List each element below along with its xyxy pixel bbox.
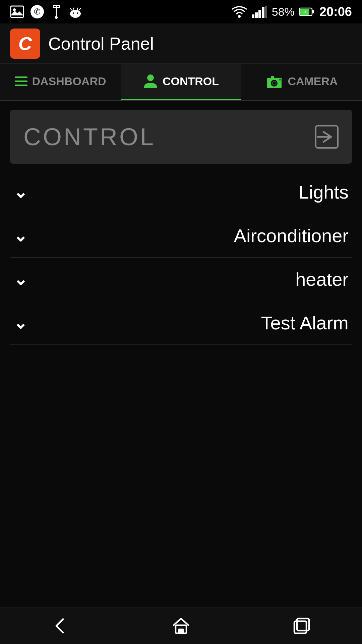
chevron-lights-icon: ⌄ <box>13 182 27 202</box>
svg-rect-30 <box>271 76 274 79</box>
chevron-test-alarm-icon: ⌄ <box>13 313 27 333</box>
app-bar: C Control Panel <box>0 23 362 64</box>
control-header-title: CONTROL <box>23 123 156 151</box>
person-icon <box>143 73 158 90</box>
whatsapp-icon: ✆ <box>30 5 44 19</box>
svg-point-25 <box>147 74 154 81</box>
list-item-test-alarm-label: Test Alarm <box>261 312 349 334</box>
list-section: ⌄ Lights ⌄ Airconditioner ⌄ heater ⌄ Tes… <box>0 170 362 345</box>
list-item-airconditioner-label: Airconditioner <box>234 225 349 247</box>
svg-rect-20 <box>265 6 267 18</box>
svg-line-13 <box>73 8 74 10</box>
bottom-nav <box>0 607 362 644</box>
back-icon <box>50 616 70 636</box>
svg-rect-31 <box>279 79 281 80</box>
svg-text:✆: ✆ <box>34 7 41 16</box>
svg-line-11 <box>70 8 72 10</box>
svg-rect-17 <box>255 12 258 18</box>
list-item-test-alarm[interactable]: ⌄ Test Alarm <box>10 301 352 345</box>
tab-dashboard[interactable]: DASHBOARD <box>0 64 121 100</box>
list-item-lights-label: Lights <box>299 181 349 203</box>
home-button[interactable] <box>168 612 194 639</box>
status-icons-right: 58% + 20:06 <box>232 5 352 19</box>
main-content: CONTROL ⌄ Lights ⌄ Airconditioner ⌄ heat… <box>0 110 362 345</box>
list-item-lights[interactable]: ⌄ Lights <box>10 170 352 214</box>
svg-line-12 <box>79 8 81 10</box>
svg-point-9 <box>73 12 74 14</box>
svg-point-8 <box>70 10 81 18</box>
enter-icon <box>315 125 339 149</box>
image-icon <box>10 5 24 19</box>
svg-point-10 <box>77 12 78 14</box>
nav-tabs: DASHBOARD CONTROL CAMERA <box>0 64 362 101</box>
svg-point-29 <box>273 82 276 85</box>
svg-text:+: + <box>304 9 307 14</box>
battery-percentage: 58% <box>272 5 295 18</box>
svg-point-1 <box>13 8 16 11</box>
recents-button[interactable] <box>288 612 315 639</box>
svg-rect-36 <box>294 621 306 633</box>
svg-point-7 <box>55 16 58 19</box>
tab-camera-label: CAMERA <box>288 75 338 88</box>
svg-rect-5 <box>53 5 56 7</box>
recents-icon <box>292 616 312 636</box>
svg-rect-37 <box>297 619 309 631</box>
home-icon <box>171 616 191 636</box>
camera-icon <box>265 74 283 89</box>
signal-icon <box>252 6 267 18</box>
android-icon <box>68 5 82 19</box>
svg-line-14 <box>77 8 78 10</box>
hamburger-icon <box>15 76 27 86</box>
svg-rect-0 <box>11 6 23 17</box>
tab-control[interactable]: CONTROL <box>121 64 241 100</box>
status-bar: ✆ <box>0 0 362 23</box>
tab-control-label: CONTROL <box>163 75 219 88</box>
battery-icon: + <box>299 7 315 17</box>
chevron-heater-icon: ⌄ <box>13 270 27 289</box>
list-item-heater[interactable]: ⌄ heater <box>10 258 352 301</box>
wifi-icon <box>232 6 247 18</box>
back-button[interactable] <box>47 612 74 639</box>
control-header-box[interactable]: CONTROL <box>10 110 352 164</box>
svg-rect-18 <box>258 10 261 18</box>
app-logo: C <box>10 29 40 59</box>
svg-rect-16 <box>252 14 254 18</box>
svg-rect-6 <box>57 5 59 7</box>
chevron-airconditioner-icon: ⌄ <box>13 226 27 246</box>
usb-icon <box>50 5 62 19</box>
svg-point-15 <box>238 15 241 18</box>
tab-dashboard-label: DASHBOARD <box>32 75 106 88</box>
app-title: Control Panel <box>48 34 154 54</box>
svg-rect-23 <box>312 10 314 13</box>
svg-rect-19 <box>262 7 264 18</box>
list-item-heater-label: heater <box>295 268 349 290</box>
tab-camera[interactable]: CAMERA <box>241 64 362 100</box>
svg-rect-35 <box>178 629 184 633</box>
status-time: 20:06 <box>319 5 352 19</box>
status-icons-left: ✆ <box>10 5 82 19</box>
list-item-airconditioner[interactable]: ⌄ Airconditioner <box>10 214 352 258</box>
